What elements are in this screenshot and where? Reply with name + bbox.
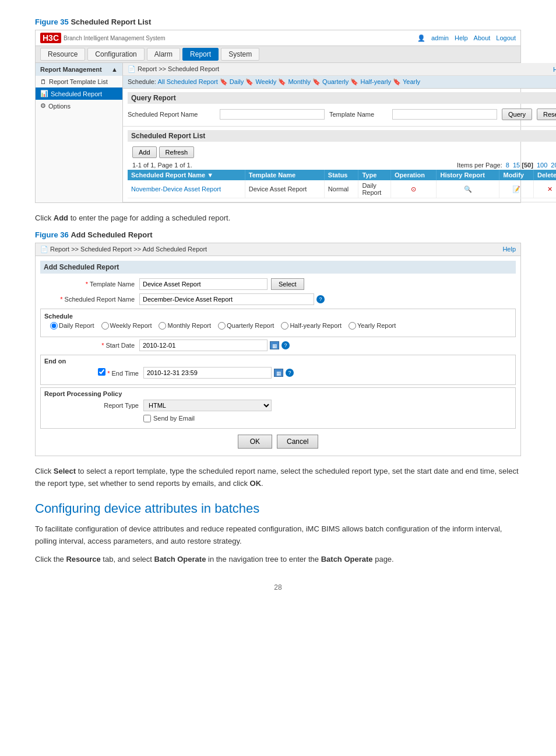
figure35-panel: H3C Branch Intelligent Management System…: [35, 30, 521, 203]
sidebar-item-options[interactable]: ⚙ Options: [36, 100, 122, 112]
query-button[interactable]: Query: [502, 108, 532, 120]
template-name-row: * Template Name Select: [40, 278, 516, 290]
end-time-checkbox[interactable]: [98, 368, 105, 376]
halfyearly-link[interactable]: Half-yearly: [360, 78, 391, 85]
start-date-field[interactable]: [139, 340, 268, 351]
radio-yearly[interactable]: Yearly Report: [349, 322, 396, 330]
nav-tab-configuration[interactable]: Configuration: [87, 48, 144, 61]
per-page-200[interactable]: 200: [551, 162, 556, 169]
nav-tab-system[interactable]: System: [221, 48, 259, 61]
help-link-36[interactable]: Help: [502, 246, 516, 253]
radio-monthly[interactable]: Monthly Report: [159, 322, 211, 330]
section-heading: Configuring device attributes in batches: [35, 501, 521, 516]
select-template-button[interactable]: Select: [271, 278, 304, 290]
options-icon: ⚙: [40, 102, 46, 110]
query-row: Scheduled Report Name Template Name Quer…: [128, 106, 556, 123]
col-template-name: Template Name: [245, 170, 324, 180]
reset-button[interactable]: Reset: [537, 108, 556, 120]
help-link[interactable]: Help: [455, 34, 468, 42]
send-email-label[interactable]: Send by Email: [143, 415, 195, 422]
col-status: Status: [324, 170, 358, 180]
table-toolbar: Add Refresh: [128, 144, 556, 160]
cancel-button[interactable]: Cancel: [277, 435, 318, 449]
daily-link[interactable]: Daily: [230, 78, 244, 85]
start-date-row: * Start Date ▦ ?: [40, 340, 516, 351]
breadcrumb: 📄 Report >> Scheduled Report: [128, 65, 219, 73]
help-link-main[interactable]: Help: [553, 66, 556, 73]
cell-delete[interactable]: ✕: [534, 180, 556, 198]
nav-tab-alarm[interactable]: Alarm: [147, 48, 180, 61]
sidebar-item-template-list[interactable]: 🗒 Report Template List: [36, 76, 122, 88]
send-email-row: Send by Email: [44, 415, 512, 422]
calendar-icon-start[interactable]: ▦: [270, 341, 279, 349]
col-modify: Modify: [499, 170, 534, 180]
logo-subtitle: Branch Intelligent Management System: [64, 35, 166, 41]
start-date-label: * Start Date: [40, 342, 139, 349]
cell-history-report[interactable]: 🔍: [437, 180, 499, 198]
end-on-label: End on: [44, 358, 512, 365]
weekly-link[interactable]: Weekly: [255, 78, 276, 85]
quarterly-link[interactable]: Quarterly: [322, 78, 349, 85]
top-bar: H3C Branch Intelligent Management System…: [36, 30, 520, 46]
rpp-label: Report Processing Policy: [44, 390, 512, 397]
radio-weekly[interactable]: Weekly Report: [101, 322, 152, 330]
col-type: Type: [358, 170, 391, 180]
cell-modify[interactable]: 📝: [499, 180, 534, 198]
add-scheduled-report-form: Add Scheduled Report * Template Name Sel…: [36, 256, 520, 456]
about-link[interactable]: About: [474, 34, 491, 42]
admin-label[interactable]: admin: [431, 34, 449, 42]
sidebar-item-scheduled-report[interactable]: 📊 Scheduled Report: [36, 88, 122, 100]
form-buttons: OK Cancel: [40, 435, 516, 449]
nav-bar: Resource Configuration Alarm Report Syst…: [36, 46, 520, 63]
table-row: November-Device Asset Report Device Asse…: [128, 180, 556, 198]
cell-template-name: Device Asset Report: [245, 180, 324, 198]
scheduled-report-name-input[interactable]: [220, 109, 325, 120]
radio-halfyearly[interactable]: Half-yearly Report: [281, 322, 342, 330]
list-section: Scheduled Report List Add Refresh 1-1 of…: [123, 127, 556, 202]
schedule-label: Schedule: [44, 313, 512, 320]
end-time-field[interactable]: [143, 367, 272, 379]
cell-report-name[interactable]: November-Device Asset Report: [128, 180, 245, 198]
report-type-row: Report Type HTML PDF Excel: [44, 400, 512, 411]
report-processing-section: Report Processing Policy Report Type HTM…: [40, 387, 516, 429]
radio-quarterly[interactable]: Quarterly Report: [218, 322, 274, 330]
schedule-bar: Schedule: All Scheduled Report 🔖 Daily 🔖…: [123, 76, 556, 89]
cell-operation[interactable]: ⊙: [391, 180, 437, 198]
help-icon-name: ?: [316, 295, 325, 303]
scheduled-report-name-label: Scheduled Report Name: [128, 111, 215, 118]
per-page-100[interactable]: 100: [537, 162, 547, 169]
nav-tab-report[interactable]: Report: [182, 48, 219, 61]
query-section-title: Query Report: [128, 92, 556, 104]
help-icon-start: ?: [281, 341, 290, 349]
scheduled-report-name-field[interactable]: [139, 293, 314, 305]
para1: To facilitate configuration of device at…: [35, 523, 521, 548]
scheduled-report-name-row: * Scheduled Report Name ?: [40, 293, 516, 305]
nav-tab-resource[interactable]: Resource: [40, 48, 85, 61]
help-icon-end: ?: [286, 369, 294, 377]
per-page-8[interactable]: 8: [506, 162, 509, 169]
refresh-button[interactable]: Refresh: [159, 146, 195, 158]
user-icon: 👤: [417, 34, 425, 42]
col-scheduled-report-name[interactable]: Scheduled Report Name ▼: [128, 170, 245, 180]
per-page-15[interactable]: 15: [513, 162, 520, 169]
report-type-select[interactable]: HTML PDF Excel: [143, 400, 272, 411]
ok-button[interactable]: OK: [238, 435, 272, 449]
figure35-title: Figure 35 Scheduled Report List: [35, 18, 521, 26]
radio-daily[interactable]: Daily Report: [50, 322, 94, 330]
add-button[interactable]: Add: [132, 146, 157, 158]
all-scheduled-link[interactable]: All Scheduled Report: [157, 78, 217, 85]
logout-link[interactable]: Logout: [496, 34, 516, 42]
breadcrumb-36: 📄 Report >> Scheduled Report >> Add Sche…: [40, 246, 207, 253]
sidebar-header: Report Management ▲: [36, 63, 122, 76]
end-time-row: * End Time ▦ ?: [44, 367, 512, 379]
template-name-input[interactable]: [392, 109, 497, 120]
template-name-field[interactable]: [139, 278, 268, 290]
monthly-link[interactable]: Monthly: [288, 78, 311, 85]
page-number: 28: [35, 583, 521, 592]
col-operation: Operation: [391, 170, 437, 180]
yearly-link[interactable]: Yearly: [403, 78, 420, 85]
breadcrumb-bar: 📄 Report >> Scheduled Report Help: [123, 63, 556, 76]
report-table: Scheduled Report Name ▼ Template Name St…: [128, 170, 556, 198]
calendar-icon-end[interactable]: ▦: [274, 369, 283, 377]
send-email-checkbox[interactable]: [143, 415, 151, 422]
